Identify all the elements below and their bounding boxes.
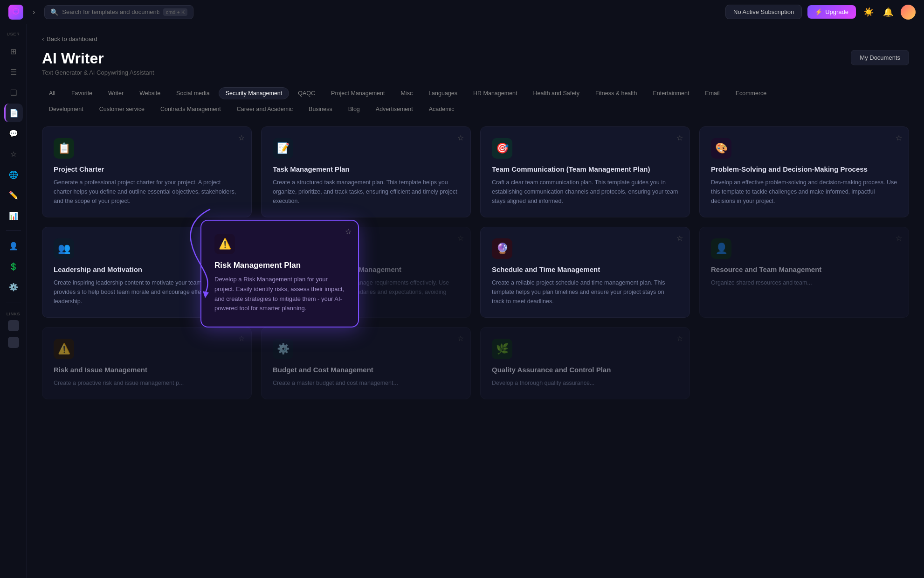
tab-email[interactable]: Email [698, 87, 726, 99]
favorite-button-risk-management-popup[interactable]: ☆ [345, 227, 352, 236]
card-title-risk-issue: Risk and Issue Management [54, 366, 240, 374]
tab-favorite[interactable]: Favorite [64, 87, 99, 99]
card-icon-task-management: 📝 [273, 138, 293, 159]
favorite-button-problem-solving[interactable]: ☆ [896, 133, 902, 142]
tab-blog[interactable]: Blog [341, 103, 367, 115]
sidebar-item-dollar[interactable]: 💲 [4, 257, 23, 276]
card-risk-issue[interactable]: ☆ ⚠️ Risk and Issue Management Create a … [42, 327, 252, 399]
back-to-dashboard-link[interactable]: ‹ Back to dashboard [42, 35, 909, 42]
sidebar-item-globe[interactable]: 🌐 [4, 165, 23, 184]
tab-health-safety[interactable]: Health and Safety [526, 87, 586, 99]
card-schedule-time[interactable]: ☆ 🔮 Schedule and Time Management Create … [480, 227, 690, 318]
tab-all[interactable]: All [42, 87, 62, 99]
sidebar-item-chat[interactable]: 💬 [4, 124, 23, 143]
card-quality-assurance[interactable]: ☆ 🌿 Quality Assurance and Control Plan D… [480, 327, 690, 399]
tab-development[interactable]: Development [42, 103, 90, 115]
popup-card-risk-management[interactable]: ☆ ⚠️ Risk Management Plan Develop a Risk… [200, 220, 359, 327]
tab-languages[interactable]: Languages [421, 87, 464, 99]
search-input[interactable] [62, 8, 159, 15]
card-icon-problem-solving: 🎨 [711, 138, 731, 159]
card-icon-risk-management-popup: ⚠️ [214, 234, 235, 254]
tab-hr-management[interactable]: HR Management [466, 87, 524, 99]
favorite-button-task-management[interactable]: ☆ [457, 133, 464, 142]
user-avatar[interactable] [901, 5, 916, 20]
tab-fitness-health[interactable]: Fitness & health [588, 87, 644, 99]
card-desc-project-charter: Generate a professional project charter … [54, 178, 240, 206]
card-title-project-charter: Project Charter [54, 165, 240, 173]
sidebar-collapse-button[interactable]: › [29, 6, 39, 18]
filter-tabs-row2: Development Customer service Contracts M… [42, 103, 909, 115]
favorite-button-schedule-time[interactable]: ☆ [676, 234, 683, 243]
sidebar-link-2[interactable] [8, 337, 19, 348]
card-team-communication[interactable]: ☆ 🎯 Team Communication (Team Management … [480, 126, 690, 217]
favorite-button-team-communication[interactable]: ☆ [676, 133, 683, 142]
favorite-button-risk-issue[interactable]: ☆ [238, 334, 245, 343]
tab-security-management[interactable]: Security Management [219, 87, 290, 99]
card-desc-problem-solving: Develop an effective problem-solving and… [711, 178, 897, 206]
search-keyboard-shortcut: cmd + K [163, 8, 188, 16]
navbar: › 🔍 cmd + K No Active Subscription ⚡ Upg… [0, 0, 924, 24]
tab-writer[interactable]: Writer [101, 87, 131, 99]
notifications-icon-button[interactable]: 🔔 [881, 5, 895, 19]
cards-grid: ☆ 📋 Project Charter Generate a professio… [42, 126, 909, 399]
tab-website[interactable]: Website [132, 87, 167, 99]
tab-social-media[interactable]: Social media [169, 87, 217, 99]
card-resource-team[interactable]: ☆ 👤 Resource and Team Management Organiz… [699, 227, 909, 318]
no-subscription-button[interactable]: No Active Subscription [725, 5, 802, 19]
tab-contracts-management[interactable]: Contracts Management [153, 103, 228, 115]
sidebar-item-document[interactable]: 📄 [4, 104, 23, 122]
favorite-button-budget-cost[interactable]: ☆ [457, 334, 464, 343]
tab-business[interactable]: Business [302, 103, 339, 115]
card-problem-solving[interactable]: ☆ 🎨 Problem-Solving and Decision-Making … [699, 126, 909, 217]
tab-customer-service[interactable]: Customer service [92, 103, 152, 115]
sidebar-divider-2 [6, 302, 21, 302]
card-icon-leadership: 👥 [54, 238, 74, 259]
tab-project-management[interactable]: Project Management [324, 87, 392, 99]
upgrade-button[interactable]: ⚡ Upgrade [807, 5, 856, 19]
tab-ecommerce[interactable]: Ecommerce [729, 87, 774, 99]
search-icon: 🔍 [50, 8, 58, 16]
card-title-problem-solving: Problem-Solving and Decision-Making Proc… [711, 165, 897, 173]
favorite-button-quality-assurance[interactable]: ☆ [676, 334, 683, 343]
card-title-budget-cost: Budget and Cost Management [273, 366, 459, 374]
page-subtitle: Text Generator & AI Copywriting Assistan… [42, 69, 154, 76]
tab-qaqc[interactable]: QAQC [291, 87, 322, 99]
tab-advertisement[interactable]: Advertisement [369, 103, 420, 115]
settings-icon-button[interactable]: ☀️ [862, 5, 876, 19]
search-bar: 🔍 cmd + K [44, 5, 193, 19]
card-desc-resource-team: Organize shared resources and team... [711, 278, 897, 287]
my-documents-button[interactable]: My Documents [851, 50, 909, 65]
page-header: AI Writer Text Generator & AI Copywritin… [42, 50, 909, 76]
tab-academic[interactable]: Academic [422, 103, 462, 115]
sidebar: USER ⊞ ☰ ❑ 📄 💬 ☆ 🌐 ✏️ 📊 👤 💲 ⚙️ LINKS [0, 24, 27, 578]
card-desc-team-communication: Craft a clear team communication plan. T… [492, 178, 678, 206]
card-project-charter[interactable]: ☆ 📋 Project Charter Generate a professio… [42, 126, 252, 217]
sidebar-item-person[interactable]: 👤 [4, 237, 23, 255]
sidebar-item-star[interactable]: ☆ [4, 145, 23, 163]
sidebar-link-1[interactable] [8, 320, 19, 331]
tab-career-academic[interactable]: Career and Academic [230, 103, 300, 115]
sidebar-item-pencil[interactable]: ✏️ [4, 186, 23, 204]
card-title-team-communication: Team Communication (Team Management Plan… [492, 165, 678, 173]
sidebar-user-label: USER [7, 32, 20, 36]
sidebar-item-list[interactable]: ☰ [4, 63, 23, 81]
tab-misc[interactable]: Misc [393, 87, 420, 99]
favorite-button-scope-requirements[interactable]: ☆ [457, 234, 464, 243]
card-budget-cost[interactable]: ☆ ⚙️ Budget and Cost Management Create a… [261, 327, 471, 399]
card-icon-resource-team: 👤 [711, 238, 731, 259]
sidebar-links-label: LINKS [7, 312, 21, 316]
sidebar-item-settings[interactable]: ⚙️ [4, 278, 23, 296]
sidebar-item-layers[interactable]: ❑ [4, 83, 23, 102]
card-task-management[interactable]: ☆ 📝 Task Management Plan Create a struct… [261, 126, 471, 217]
card-icon-budget-cost: ⚙️ [273, 339, 293, 359]
sidebar-item-grid[interactable]: ⊞ [4, 42, 23, 61]
favorite-button-project-charter[interactable]: ☆ [238, 133, 245, 142]
card-icon-project-charter: 📋 [54, 138, 74, 159]
card-desc-schedule-time: Create a reliable project schedule and t… [492, 278, 678, 306]
tab-entertainment[interactable]: Entertainment [646, 87, 696, 99]
favorite-button-resource-team[interactable]: ☆ [896, 234, 902, 243]
card-desc-budget-cost: Create a master budget and cost manageme… [273, 378, 459, 388]
card-icon-risk-issue: ⚠️ [54, 339, 74, 359]
sidebar-divider [6, 230, 21, 231]
sidebar-item-chart[interactable]: 📊 [4, 206, 23, 225]
